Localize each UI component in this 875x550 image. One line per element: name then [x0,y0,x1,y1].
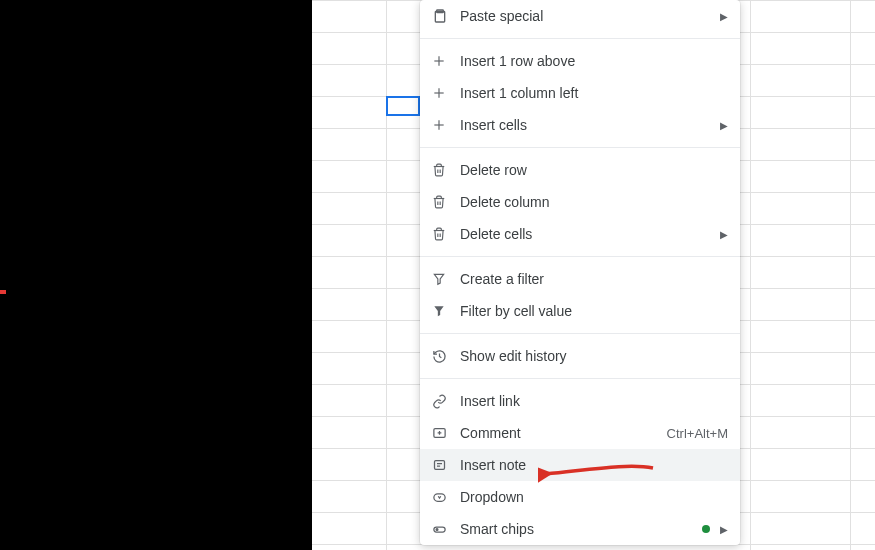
svg-marker-9 [434,306,443,316]
trash-icon [432,195,460,209]
menu-label: Create a filter [460,271,728,287]
menu-insert-column-left[interactable]: Insert 1 column left [420,77,740,109]
filter-icon [432,304,460,318]
dropdown-icon [432,490,460,505]
menu-delete-row[interactable]: Delete row [420,154,740,186]
menu-insert-note[interactable]: Insert note [420,449,740,481]
smart-chips-icon [432,522,460,537]
menu-divider [420,147,740,148]
menu-divider [420,378,740,379]
chevron-right-icon: ▶ [720,11,728,22]
svg-rect-13 [435,460,445,469]
menu-filter-by-cell[interactable]: Filter by cell value [420,295,740,327]
menu-label: Delete column [460,194,728,210]
chevron-right-icon: ▶ [720,229,728,240]
menu-label: Comment [460,425,667,441]
menu-divider [420,333,740,334]
plus-icon [432,118,460,132]
plus-icon [432,54,460,68]
menu-label: Delete cells [460,226,720,242]
svg-point-18 [436,528,438,530]
left-sidebar-black [0,0,312,550]
menu-insert-link[interactable]: Insert link [420,385,740,417]
menu-insert-row-above[interactable]: Insert 1 row above [420,45,740,77]
menu-divider [420,38,740,39]
menu-label: Insert cells [460,117,720,133]
menu-delete-cells[interactable]: Delete cells ▶ [420,218,740,250]
menu-label: Dropdown [460,489,728,505]
trash-icon [432,227,460,241]
selected-cell[interactable] [386,96,420,116]
note-icon [432,458,460,473]
link-icon [432,394,460,409]
context-menu: Paste special ▶ Insert 1 row above Inser… [420,0,740,545]
menu-label: Insert note [460,457,728,473]
menu-label: Smart chips [460,521,702,537]
menu-label: Delete row [460,162,728,178]
menu-label: Insert 1 row above [460,53,728,69]
menu-dropdown[interactable]: Dropdown [420,481,740,513]
svg-marker-8 [434,274,443,284]
menu-label: Insert link [460,393,728,409]
menu-smart-chips[interactable]: Smart chips ▶ [420,513,740,545]
chevron-right-icon: ▶ [720,524,728,535]
beta-dot-icon [702,525,710,533]
filter-icon [432,272,460,286]
chevron-right-icon: ▶ [720,120,728,131]
menu-insert-cells[interactable]: Insert cells ▶ [420,109,740,141]
menu-label: Filter by cell value [460,303,728,319]
menu-paste-special[interactable]: Paste special ▶ [420,0,740,32]
viewport: Paste special ▶ Insert 1 row above Inser… [0,0,875,550]
menu-comment[interactable]: Comment Ctrl+Alt+M [420,417,740,449]
menu-delete-column[interactable]: Delete column [420,186,740,218]
menu-label: Insert 1 column left [460,85,728,101]
paste-icon [432,8,460,24]
plus-icon [432,86,460,100]
history-icon [432,349,460,364]
menu-label: Show edit history [460,348,728,364]
comment-icon [432,426,460,441]
menu-divider [420,256,740,257]
red-marker [0,290,6,294]
spreadsheet-area[interactable]: Paste special ▶ Insert 1 row above Inser… [312,0,875,550]
menu-label: Paste special [460,8,720,24]
menu-create-filter[interactable]: Create a filter [420,263,740,295]
menu-show-edit-history[interactable]: Show edit history [420,340,740,372]
shortcut-text: Ctrl+Alt+M [667,426,728,441]
trash-icon [432,163,460,177]
